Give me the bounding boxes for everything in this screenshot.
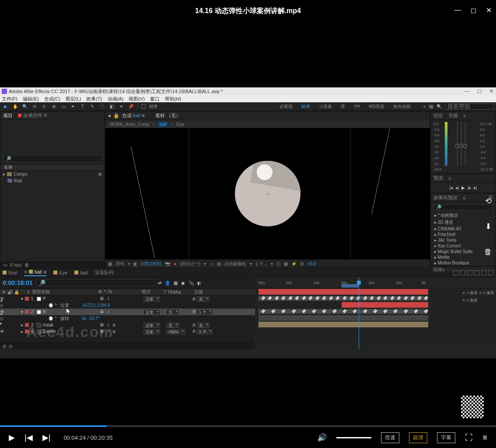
app-minimize-icon[interactable]: — xyxy=(465,88,469,94)
align-top-icon[interactable] xyxy=(474,270,479,275)
timeline-tab-render[interactable]: 渲染队列 xyxy=(94,269,114,276)
project-tab[interactable]: 项目 xyxy=(3,112,13,119)
layer-prop-position[interactable]: ◂ ◇ ▸ ⌚ ᄂ 位置 1472.0,1194.6 xyxy=(0,302,255,309)
audio-tab[interactable]: 音频 xyxy=(448,112,458,119)
work-area-bar[interactable] xyxy=(342,284,359,288)
timeline-filter-icon[interactable]: ⇄ xyxy=(158,281,161,285)
hand-tool-icon[interactable]: ✋ xyxy=(12,104,18,110)
align-bottom-icon[interactable] xyxy=(488,270,493,275)
workspace-lib[interactable]: 库 xyxy=(341,104,345,110)
layer-bar-mask[interactable] xyxy=(258,315,428,321)
download-icon[interactable]: ⬇ xyxy=(479,218,496,235)
layer-prop-rotation[interactable]: ◂ ◇ ▸ ⌚ ᄂ 旋转 6x -10.7° xyxy=(0,315,255,322)
workspace-menu-icon[interactable]: ▤ xyxy=(429,104,433,109)
align-center-icon[interactable] xyxy=(460,270,465,275)
preview-last-icon[interactable]: ▸| xyxy=(474,185,477,190)
orbit-tool-icon[interactable]: ⟳ xyxy=(31,104,38,110)
layer-row-center[interactable]: 👁▸ 4 Center 单 / ⊕ 正常 Alpha ⥀ 2. R xyxy=(0,328,255,335)
position-value[interactable]: 1472.0,1194.6 xyxy=(69,303,110,308)
viewer-zoom-dropdown[interactable]: 25% xyxy=(115,261,124,266)
composition-viewport[interactable]: + xyxy=(105,128,430,259)
timeline-tab-eye[interactable]: Eye xyxy=(53,270,67,275)
workspace-mg[interactable]: MG界面 xyxy=(369,104,384,110)
breadcrumb-mork[interactable]: MORK_Anim_Comp xyxy=(110,122,150,127)
menu-help[interactable]: 帮助(H) xyxy=(165,96,181,102)
preview-play-icon[interactable]: ▶ xyxy=(461,185,465,190)
workspace-small[interactable]: 小屏幕 xyxy=(319,104,332,110)
pen-tool-icon[interactable]: ✒ xyxy=(70,104,76,110)
project-bpc-button[interactable]: 8 bpc xyxy=(10,262,22,267)
puppet-tool-icon[interactable]: 📌 xyxy=(128,104,134,110)
preview-next-icon[interactable]: |▸ xyxy=(468,185,471,190)
info-tab[interactable]: 信息 xyxy=(433,112,443,119)
menu-comp[interactable]: 合成(C) xyxy=(44,96,60,102)
parent-dropdown[interactable]: 2. R xyxy=(197,329,213,334)
app-maximize-icon[interactable]: ▢ xyxy=(477,88,482,94)
fx-category[interactable]: ▸ Motion Boutique xyxy=(431,260,496,266)
project-folder-comps[interactable]: ▸Comps⚙ xyxy=(0,171,105,177)
preview-tab[interactable]: 预览 xyxy=(433,175,443,181)
viewer-pixel-icon[interactable]: ▦ xyxy=(284,261,288,266)
menu-window[interactable]: 窗口 xyxy=(150,96,160,102)
menu-anim[interactable]: 动画(A) xyxy=(108,96,124,102)
project-trash-icon[interactable]: 🗑 xyxy=(24,262,29,267)
viewer-exposure[interactable]: +0.0 xyxy=(307,261,316,266)
speed-button[interactable]: 倍速 xyxy=(381,432,399,443)
viewer-channel-icon[interactable]: ● xyxy=(174,261,176,266)
zoom-tool-icon[interactable]: 🔍 xyxy=(22,104,28,110)
menu-edit[interactable]: 编辑(E) xyxy=(23,96,39,102)
video-minimize-icon[interactable]: — xyxy=(454,6,461,14)
keyframe-strip-position[interactable] xyxy=(258,296,428,301)
mode-dropdown[interactable]: 正常 xyxy=(143,323,160,328)
parent-dropdown[interactable]: 1. P xyxy=(197,309,213,315)
audio-slider-l[interactable] xyxy=(457,122,458,166)
menu-file[interactable]: 文件(F) xyxy=(2,96,17,102)
trkmat-dropdown[interactable]: 无 xyxy=(166,309,179,315)
brush-tool-icon[interactable]: ✎ xyxy=(89,104,95,110)
delete-icon[interactable]: 🗑 xyxy=(479,243,496,260)
workspace-standard[interactable]: 标准 xyxy=(301,104,310,110)
fullscreen-icon[interactable]: ⛶ xyxy=(465,433,473,442)
snap-checkbox[interactable] xyxy=(141,104,146,109)
current-time-indicator[interactable] xyxy=(359,277,359,349)
next-track-icon[interactable]: ▶| xyxy=(42,433,51,442)
viewer-options-icon[interactable]: ⚙ xyxy=(300,261,304,266)
timeline-search-input[interactable] xyxy=(36,279,154,286)
timeline-brain-icon[interactable]: ◐ xyxy=(197,281,201,285)
viewer-transparency-icon[interactable]: ▤ xyxy=(217,261,221,266)
viewer-views-dropdown[interactable]: 1 个... xyxy=(255,261,267,267)
share-icon[interactable]: ⟲ xyxy=(479,192,496,210)
viewer-lock-icon[interactable]: 🔒 xyxy=(113,113,119,118)
mode-dropdown[interactable]: 正常 xyxy=(143,329,160,334)
workspace-char[interactable]: 角色动画 xyxy=(393,104,411,110)
viewer-fast-icon[interactable]: ⚡ xyxy=(291,261,297,266)
selection-tool-icon[interactable]: ▶ xyxy=(3,104,9,110)
app-close-icon[interactable]: ✕ xyxy=(489,88,493,94)
align-right-icon[interactable] xyxy=(467,270,472,275)
volume-slider[interactable] xyxy=(336,437,371,438)
parent-dropdown[interactable]: 无 xyxy=(197,296,210,302)
workspace-overflow-icon[interactable]: » xyxy=(423,104,426,109)
clone-tool-icon[interactable]: ⬚ xyxy=(99,104,105,110)
audio-slider-c[interactable] xyxy=(461,122,461,166)
preview-prev-icon[interactable]: ◂| xyxy=(455,185,459,190)
trkmat-dropdown[interactable]: 无 xyxy=(166,323,179,328)
viewer-3d-icon[interactable]: ◫ xyxy=(276,261,280,266)
viewer-snapshot-icon[interactable]: 📷 xyxy=(165,261,170,266)
project-search-input[interactable]: 🔎 xyxy=(3,155,102,162)
parent-dropdown[interactable]: 无 xyxy=(197,323,210,328)
viewer-comp-tab[interactable]: 合成 ball ≡ xyxy=(122,112,145,119)
mode-dropdown[interactable]: 正常 xyxy=(143,309,160,315)
rotation-value[interactable]: 6x -10.7° xyxy=(69,316,100,321)
layer-bar-r[interactable] xyxy=(342,302,428,308)
menu-effect[interactable]: 效果(T) xyxy=(86,96,102,102)
menu-layer[interactable]: 图层(L) xyxy=(66,96,81,102)
rotate-tool-icon[interactable]: ↻ xyxy=(41,104,47,110)
play-button-icon[interactable]: ▶ xyxy=(9,433,15,442)
breadcrumb-eye[interactable]: Eye xyxy=(177,122,184,127)
trkmat-dropdown[interactable]: Alpha xyxy=(166,329,185,334)
timeline-mb-icon[interactable]: ◉ xyxy=(181,281,185,285)
subtitle-button[interactable]: 字幕 xyxy=(437,432,455,443)
timeline-shy-icon[interactable]: 👤 xyxy=(165,281,170,285)
effect-controls-tab[interactable]: 效果控件 R xyxy=(18,112,47,119)
